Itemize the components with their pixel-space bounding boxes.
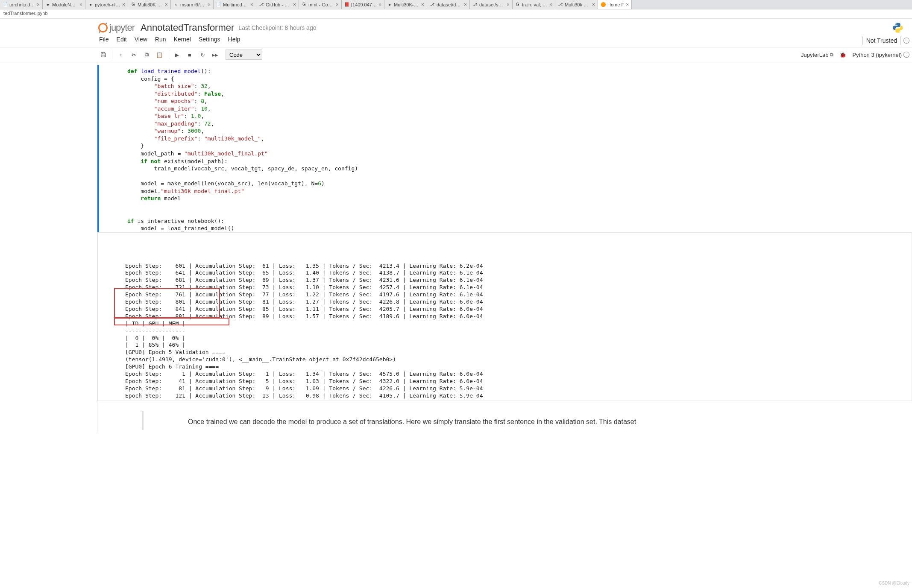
close-icon[interactable]: × — [378, 2, 381, 8]
external-link-icon: ⧉ — [830, 52, 833, 58]
cell-type-select[interactable]: Code — [226, 50, 262, 60]
left-panel — [0, 62, 97, 433]
tab-title: Home F — [607, 2, 624, 7]
tab-favicon-icon: 📄 — [216, 2, 221, 7]
close-icon[interactable]: × — [293, 2, 296, 8]
close-icon[interactable]: × — [37, 2, 40, 8]
stop-button[interactable]: ■ — [184, 49, 196, 60]
code-editor[interactable]: def load_trained_model(): config = { "ba… — [127, 65, 909, 235]
markdown-text: Once trained we can decode the model to … — [188, 417, 900, 427]
tab-favicon-icon: ⎇ — [259, 2, 264, 7]
tab-title: Multi30k data — [565, 2, 590, 7]
run-all-button[interactable]: ▸▸ — [209, 49, 221, 60]
browser-tab[interactable]: ⎇dataset/script× — [470, 0, 513, 9]
output-line: Epoch Step: 761 | Accumulation Step: 77 … — [125, 291, 908, 298]
save-button[interactable] — [97, 49, 109, 60]
copy-button[interactable]: ⧉ — [141, 49, 152, 60]
close-icon[interactable]: × — [122, 2, 125, 8]
browser-tab[interactable]: Gtrain, val, test× — [513, 0, 555, 9]
restart-button[interactable]: ↻ — [196, 49, 208, 60]
tab-favicon-icon: ● — [88, 2, 93, 7]
run-button[interactable]: ▶ — [171, 49, 183, 60]
tab-title: train, val, test — [522, 2, 548, 7]
browser-tab[interactable]: ○msarmi9/multi× — [171, 0, 214, 9]
cell-output[interactable]: Epoch Step: 601 | Accumulation Step: 61 … — [97, 232, 912, 401]
output-line: [GPU0] Epoch 5 Validation ==== — [125, 349, 908, 356]
browser-tabs: 📄torchnlp.datas×●ModuleNotFo×●pytorch-nl… — [0, 0, 912, 9]
browser-tab[interactable]: GMulti30K - Goo× — [128, 0, 171, 9]
notebook-title[interactable]: AnnotatedTransformer — [141, 22, 234, 33]
output-line: Epoch Step: 721 | Accumulation Step: 73 … — [125, 284, 908, 291]
menu-view[interactable]: View — [135, 36, 147, 45]
output-line: Epoch Step: 81 | Accumulation Step: 9 | … — [125, 385, 908, 392]
tab-favicon-icon: ● — [387, 2, 392, 7]
browser-tab[interactable]: 📕[1409.0473v7]× — [342, 0, 384, 9]
close-icon[interactable]: × — [421, 2, 424, 8]
output-line: Epoch Step: 601 | Accumulation Step: 61 … — [125, 263, 908, 270]
close-icon[interactable]: × — [336, 2, 339, 8]
tab-title: mmt - Google — [308, 2, 334, 7]
output-line: ------------------ — [125, 328, 908, 335]
file-path-bar: tedTransformer.ipynb — [0, 9, 912, 19]
tab-title: Multi30K - Goo — [138, 2, 163, 7]
add-cell-button[interactable]: + — [115, 49, 127, 60]
browser-tab[interactable]: ⎇Multi30k data× — [555, 0, 598, 9]
close-icon[interactable]: × — [79, 2, 82, 8]
browser-tab[interactable]: 📄Multimodal Tra× — [214, 0, 256, 9]
close-icon[interactable]: × — [507, 2, 510, 8]
close-icon[interactable]: × — [549, 2, 552, 8]
tab-favicon-icon: ● — [45, 2, 50, 7]
menu-settings[interactable]: Settings — [199, 36, 220, 45]
cut-button[interactable]: ✂ — [128, 49, 140, 60]
kernel-name[interactable]: Python 3 (ipykernel) — [852, 52, 909, 58]
markdown-cell[interactable]: Once trained we can decode the model to … — [142, 411, 903, 430]
browser-tab[interactable]: Gmmt - Google× — [299, 0, 342, 9]
tab-favicon-icon: ⎇ — [430, 2, 435, 7]
jupyterlab-link[interactable]: JupyterLab⧉ — [801, 52, 833, 58]
tab-favicon-icon: ○ — [173, 2, 179, 7]
tab-favicon-icon: G — [515, 2, 520, 7]
browser-tab[interactable]: 📄torchnlp.datas× — [0, 0, 43, 9]
tab-title: Multi30K-Ope — [394, 2, 419, 7]
browser-tab[interactable]: ●pytorch-nlp -× — [85, 0, 128, 9]
trust-indicator[interactable]: Not Trusted — [862, 36, 901, 45]
tab-title: GitHub - multi — [266, 2, 291, 7]
output-line: Epoch Step: 841 | Accumulation Step: 85 … — [125, 306, 908, 313]
notebook-main: def load_trained_model(): config = { "ba… — [97, 62, 912, 433]
browser-tab[interactable]: ⎇dataset/data a× — [427, 0, 470, 9]
output-line: Epoch Step: 681 | Accumulation Step: 69 … — [125, 277, 908, 284]
close-icon[interactable]: × — [165, 2, 168, 8]
paste-button[interactable]: 📋 — [153, 49, 165, 60]
menu-help[interactable]: Help — [228, 36, 240, 45]
menu-run[interactable]: Run — [155, 36, 166, 45]
output-line: | 1 | 85% | 46% | — [125, 342, 908, 349]
browser-tab[interactable]: ⎇GitHub - multi× — [256, 0, 299, 9]
output-line: Epoch Step: 41 | Accumulation Step: 5 | … — [125, 378, 908, 385]
notebook-area: def load_trained_model(): config = { "ba… — [0, 62, 912, 433]
browser-tab[interactable]: ●Multi30K-Ope× — [384, 0, 427, 9]
menu-kernel[interactable]: Kernel — [173, 36, 191, 45]
menu-file[interactable]: File — [99, 36, 109, 45]
close-icon[interactable]: × — [208, 2, 211, 8]
tab-title: [1409.0473v7] — [351, 2, 377, 7]
debugger-icon[interactable]: 🐞 — [837, 49, 849, 60]
close-icon[interactable]: × — [626, 2, 629, 8]
tab-favicon-icon: ⎇ — [472, 2, 478, 7]
browser-tab[interactable]: 🟠Home F× — [598, 0, 632, 9]
python-logo-icon — [892, 22, 903, 33]
tab-favicon-icon: 🟠 — [601, 2, 606, 7]
tab-title: msarmi9/multi — [180, 2, 206, 7]
output-line: Epoch Step: 641 | Accumulation Step: 65 … — [125, 269, 908, 277]
tab-favicon-icon: G — [131, 2, 136, 7]
tab-favicon-icon: 📕 — [344, 2, 349, 7]
kernel-status-icon[interactable] — [903, 38, 909, 44]
close-icon[interactable]: × — [592, 2, 595, 8]
browser-tab[interactable]: ●ModuleNotFo× — [43, 0, 85, 9]
tab-title: torchnlp.datas — [9, 2, 35, 7]
close-icon[interactable]: × — [250, 2, 253, 8]
tab-title: dataset/data a — [437, 2, 462, 7]
code-cell[interactable]: def load_trained_model(): config = { "ba… — [97, 65, 912, 235]
menu-edit[interactable]: Edit — [117, 36, 127, 45]
checkpoint-text: Last Checkpoint: 8 hours ago — [238, 24, 316, 31]
close-icon[interactable]: × — [464, 2, 467, 8]
